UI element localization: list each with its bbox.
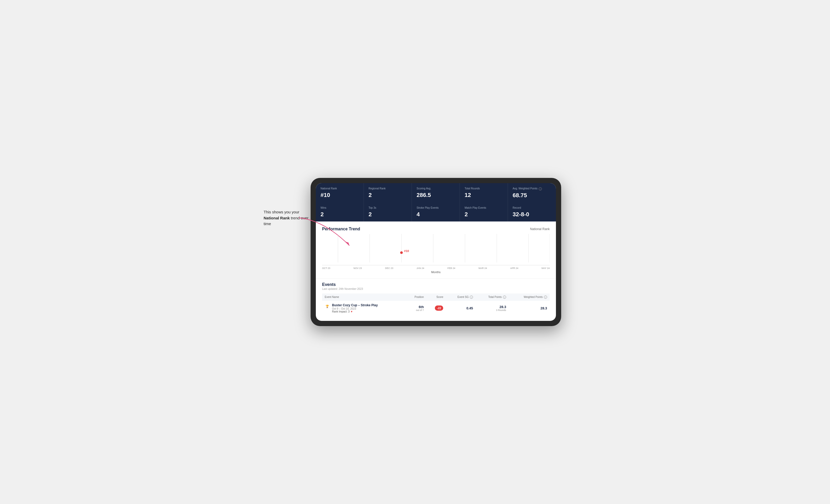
stat-top3s-label: Top 3s	[369, 206, 407, 209]
events-table-header: Event Name Position Score Event SG i Tot…	[322, 294, 550, 301]
stat-match-play-events-value: 2	[465, 211, 503, 218]
event-sg-value: 0.45	[448, 306, 473, 310]
event-details: Buster Cozy Cup – Stroke Play Oct 9 – Oc…	[332, 303, 378, 313]
event-name-cell: 🏆 Buster Cozy Cup – Stroke Play Oct 9 – …	[322, 301, 406, 316]
x-label-mar24: MAR 24	[478, 267, 487, 269]
svg-text:#10: #10	[404, 249, 409, 253]
stat-regional-rank-value: 2	[369, 192, 407, 199]
col-weighted-points: Weighted Points i	[509, 294, 550, 301]
events-header: Events Last updated: 24th November 2023	[322, 279, 550, 292]
event-sg-cell: 0.45	[446, 301, 476, 316]
events-title: Events	[322, 282, 550, 287]
event-position-sub: out of 7	[408, 309, 424, 311]
event-total-points-sub: 3 Rounds	[478, 309, 506, 311]
stat-wins-label: Wins	[321, 206, 359, 209]
stat-scoring-avg: Scoring Avg. 286.5	[412, 183, 460, 202]
x-label-jan24: JAN 24	[417, 267, 424, 269]
stat-record: Record 32-8-0	[508, 202, 556, 222]
event-score-badge: -22	[435, 305, 443, 311]
stat-stroke-play-events-value: 4	[417, 211, 455, 218]
chart-container: #10	[322, 234, 550, 265]
chart-section: Performance Trend National Rank	[316, 222, 556, 278]
stat-avg-weighted-points-value: 68.75	[513, 192, 551, 199]
x-label-dec23: DEC 23	[385, 267, 393, 269]
stat-avg-weighted-points-label: Avg. Weighted Points i	[513, 187, 551, 190]
stat-record-label: Record	[513, 206, 551, 209]
event-total-points-value: 28.3	[478, 305, 506, 309]
stat-national-rank-label: National Rank	[321, 187, 359, 190]
stat-top3s-value: 2	[369, 211, 407, 218]
scene: This shows you your National Rank trend …	[258, 162, 572, 342]
col-event-sg: Event SG i	[446, 294, 476, 301]
chart-x-labels: OCT 23 NOV 23 DEC 23 JAN 24 FEB 24 MAR 2…	[322, 265, 550, 269]
x-label-nov23: NOV 23	[353, 267, 362, 269]
event-sg-info-icon[interactable]: i	[470, 296, 473, 299]
event-position-cell: 6th out of 7	[406, 301, 426, 316]
event-name: Buster Cozy Cup – Stroke Play	[332, 303, 378, 307]
stat-stroke-play-events: Stroke Play Events 4	[412, 202, 460, 222]
stat-stroke-play-events-label: Stroke Play Events	[417, 206, 455, 209]
table-row: 🏆 Buster Cozy Cup – Stroke Play Oct 9 – …	[322, 301, 550, 316]
stat-record-value: 32-8-0	[513, 211, 551, 218]
event-rank-impact: Rank Impact: 3 ▼	[332, 310, 378, 313]
stat-regional-rank-label: Regional Rank	[369, 187, 407, 190]
stat-national-rank-value: #10	[321, 192, 359, 199]
event-date: Oct 9 – Oct 10, 2023	[332, 307, 356, 310]
chart-rank-label: National Rank	[530, 227, 550, 231]
col-event-name: Event Name	[322, 294, 406, 301]
stat-national-rank: National Rank #10	[316, 183, 364, 202]
svg-point-9	[400, 251, 403, 254]
x-label-feb24: FEB 24	[447, 267, 455, 269]
chart-svg: #10	[322, 234, 550, 265]
x-label-oct23: OCT 23	[322, 267, 330, 269]
col-score: Score	[426, 294, 446, 301]
stat-total-rounds: Total Rounds 12	[460, 183, 508, 202]
event-score-cell: -22	[426, 301, 446, 316]
events-table: Event Name Position Score Event SG i Tot…	[322, 294, 550, 316]
annotation-text: This shows you your National Rank trend …	[264, 209, 311, 227]
avg-weighted-info-icon[interactable]: i	[539, 187, 542, 191]
stat-match-play-events-label: Match Play Events	[465, 206, 503, 209]
x-label-may24: MAY 24	[542, 267, 550, 269]
event-type-icon: 🏆	[325, 303, 330, 310]
chart-header: Performance Trend National Rank	[322, 227, 550, 231]
stat-regional-rank: Regional Rank 2	[364, 183, 412, 202]
stat-scoring-avg-value: 286.5	[417, 192, 455, 199]
events-last-updated: Last updated: 24th November 2023	[322, 288, 550, 290]
event-total-points-cell: 28.3 3 Rounds	[476, 301, 509, 316]
event-position-value: 6th	[408, 305, 424, 309]
stat-top3s: Top 3s 2	[364, 202, 412, 222]
stat-avg-weighted-points: Avg. Weighted Points i 68.75	[508, 183, 556, 202]
stats-row-2: Wins 2 Top 3s 2 Stroke Play Events 4 Mat…	[316, 202, 556, 222]
event-weighted-points-cell: 28.3	[509, 301, 550, 316]
weighted-points-info-icon[interactable]: i	[544, 296, 547, 299]
stat-wins-value: 2	[321, 211, 359, 218]
stat-total-rounds-value: 12	[465, 192, 503, 199]
events-section: Events Last updated: 24th November 2023 …	[316, 278, 556, 321]
total-points-info-icon[interactable]: i	[503, 296, 506, 299]
stat-match-play-events: Match Play Events 2	[460, 202, 508, 222]
rank-impact-arrow-icon: ▼	[350, 310, 353, 313]
x-label-apr24: APR 24	[510, 267, 518, 269]
events-table-body: 🏆 Buster Cozy Cup – Stroke Play Oct 9 – …	[322, 301, 550, 316]
stats-row-1: National Rank #10 Regional Rank 2 Scorin…	[316, 183, 556, 202]
tablet-screen: National Rank #10 Regional Rank 2 Scorin…	[316, 183, 556, 321]
stat-wins: Wins 2	[316, 202, 364, 222]
tablet-device: National Rank #10 Regional Rank 2 Scorin…	[311, 178, 561, 326]
stat-total-rounds-label: Total Rounds	[465, 187, 503, 190]
col-total-points: Total Points i	[476, 294, 509, 301]
event-weighted-points-value: 28.3	[511, 306, 547, 310]
chart-x-axis-title: Months	[322, 271, 550, 274]
col-position: Position	[406, 294, 426, 301]
stat-scoring-avg-label: Scoring Avg.	[417, 187, 455, 190]
chart-title: Performance Trend	[322, 227, 360, 231]
